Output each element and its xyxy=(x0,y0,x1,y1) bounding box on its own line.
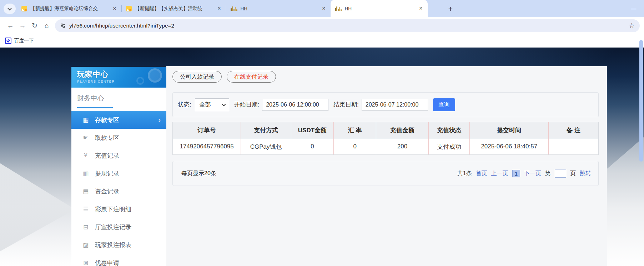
tab-title: 【新提醒】海燕策略论坛综合交 xyxy=(30,5,111,12)
pagination-bar: 每页显示20条 共1条 首页 上一页 1 下一页 第 页 跳转 xyxy=(172,161,599,186)
sidebar-item-label: 彩票下注明细 xyxy=(95,205,131,213)
cell-payment-method: CGPay钱包 xyxy=(241,139,291,154)
main-panel: 公司入款记录 在线支付记录 状态: 全部 开始日期: 结束日期: 查询 xyxy=(166,66,607,266)
plus-icon: + xyxy=(448,5,453,13)
status-label: 状态: xyxy=(178,101,191,109)
tab-close-button[interactable]: × xyxy=(320,5,328,13)
next-page-link[interactable]: 下一页 xyxy=(524,170,541,177)
bookmark-star-button[interactable]: ☆ xyxy=(629,21,635,30)
tab-close-button[interactable]: × xyxy=(111,5,119,13)
status-select[interactable]: 全部 xyxy=(195,98,229,111)
sidebar-item-label: 优惠申请 xyxy=(95,259,119,266)
chat-icon xyxy=(21,6,27,11)
cell-usdt-amount: 0 xyxy=(291,139,333,154)
deposit-icon: ▦ xyxy=(81,116,90,124)
page-number-input[interactable] xyxy=(555,169,566,178)
chevron-down-icon xyxy=(7,6,11,10)
background-shape xyxy=(0,151,75,251)
close-icon: × xyxy=(217,5,221,12)
back-button[interactable]: ← xyxy=(4,20,16,32)
pagination-controls: 共1条 首页 上一页 1 下一页 第 页 跳转 xyxy=(457,169,591,178)
sidebar-item-player-bet-report[interactable]: ▨ 玩家投注报表 xyxy=(71,236,166,254)
minimize-button[interactable]: — xyxy=(628,3,639,14)
browser-window: 【新提醒】海燕策略论坛综合交 × 【新提醒】【实战有奖】活动统 × HH × H… xyxy=(0,0,644,266)
sidebar-item-withdrawal-record[interactable]: ▥ 提现记录 xyxy=(71,164,166,182)
tab-company-deposit-records[interactable]: 公司入款记录 xyxy=(172,71,222,83)
col-recharge-amount: 充值金额 xyxy=(376,122,429,139)
reload-button[interactable]: ↻ xyxy=(29,20,41,32)
status-select-value: 全部 xyxy=(200,101,211,109)
col-exchange-rate: 汇 率 xyxy=(334,122,376,139)
close-icon: × xyxy=(322,5,325,12)
col-order-id: 订单号 xyxy=(173,122,241,139)
bookmarks-bar: 百度一下 xyxy=(0,34,644,48)
room-bet-record-icon: ⊟ xyxy=(81,223,90,231)
home-button[interactable]: ⌂ xyxy=(41,20,53,32)
sidebar-item-label: 提现记录 xyxy=(95,169,119,178)
forward-button[interactable]: → xyxy=(16,20,29,32)
promo-apply-icon: ⊠ xyxy=(81,259,90,266)
player-bet-report-icon: ▨ xyxy=(81,241,90,249)
browser-toolbar: ← → ↻ ⌂ yl756.com/hhcp/usercenter.html?i… xyxy=(0,17,644,34)
tab-hh-1[interactable]: HH × xyxy=(226,0,331,17)
sidebar-item-lottery-bet-detail[interactable]: ☰ 彩票下注明细 xyxy=(71,200,166,218)
funds-record-icon: ▤ xyxy=(81,188,90,195)
sidebar-section-title: 财务中心 xyxy=(77,94,104,102)
close-icon: × xyxy=(419,5,422,12)
sidebar-item-label: 资金记录 xyxy=(95,187,119,196)
page-size-text: 每页显示20条 xyxy=(181,170,457,177)
tab-online-payment-records[interactable]: 在线支付记录 xyxy=(227,71,276,83)
sidebar-item-funds-record[interactable]: ▤ 资金记录 xyxy=(71,182,166,200)
bookmark-baidu[interactable]: 百度一下 xyxy=(14,38,34,44)
start-date-label: 开始日期: xyxy=(234,101,260,109)
soundwave-icon xyxy=(231,6,237,11)
banner-decor-circle xyxy=(136,77,144,85)
sidebar-item-label: 玩家投注报表 xyxy=(95,241,131,249)
start-date-input[interactable] xyxy=(262,99,328,111)
cell-submit-time: 2025-06-06 18:40:57 xyxy=(470,139,549,154)
sidebar-item-withdraw[interactable]: ☛ 取款专区 xyxy=(71,129,166,147)
sidebar-item-recharge-record[interactable]: ¥ 充值记录 xyxy=(71,147,166,164)
jump-button[interactable]: 跳转 xyxy=(580,170,591,177)
tab-search-button[interactable] xyxy=(4,4,16,14)
search-button[interactable]: 查询 xyxy=(433,98,455,111)
baidu-paw-icon xyxy=(5,38,11,44)
banner-decor-circle xyxy=(148,68,162,83)
record-type-tabs: 公司入款记录 在线支付记录 xyxy=(166,66,607,83)
end-date-input[interactable] xyxy=(362,99,428,111)
sidebar-item-label: 取款专区 xyxy=(95,134,119,142)
sidebar-item-label: 厅室投注记录 xyxy=(95,223,131,231)
address-bar[interactable]: yl756.com/hhcp/usercenter.html?iniType=2… xyxy=(55,19,640,32)
tabs: 【新提醒】海燕策略论坛综合交 × 【新提醒】【实战有奖】活动统 × HH × H… xyxy=(17,0,428,17)
col-submit-time: 提交时间 xyxy=(470,122,549,139)
records-table: 订单号 支付方式 USDT金额 汇 率 充值金额 充值状态 提交时间 备 注 1 xyxy=(172,122,599,155)
sidebar-item-promo-apply[interactable]: ⊠ 优惠申请 xyxy=(71,254,166,266)
player-center-sidebar: 玩家中心 PLAYERS CENTER 财务中心 ▦ 存款专区 › ☛ 取款专区… xyxy=(71,67,166,266)
sidebar-item-label: 充值记录 xyxy=(95,152,119,160)
tab-close-button[interactable]: × xyxy=(417,5,425,13)
page-scrollbar[interactable] xyxy=(639,40,643,162)
soundwave-icon xyxy=(335,6,342,11)
table-header-row: 订单号 支付方式 USDT金额 汇 率 充值金额 充值状态 提交时间 备 注 xyxy=(173,122,598,139)
prev-page-link[interactable]: 上一页 xyxy=(491,170,508,177)
chevron-right-icon: › xyxy=(158,116,161,124)
first-page-link[interactable]: 首页 xyxy=(476,170,487,177)
current-page-badge[interactable]: 1 xyxy=(512,170,520,177)
sidebar-item-room-bet-record[interactable]: ⊟ 厅室投注记录 xyxy=(71,218,166,236)
tab-hh-active[interactable]: HH × xyxy=(331,0,428,17)
col-payment-method: 支付方式 xyxy=(241,122,291,139)
sidebar-item-deposit[interactable]: ▦ 存款专区 › xyxy=(71,111,166,129)
total-count: 共1条 xyxy=(457,170,472,177)
forward-icon: → xyxy=(19,22,26,30)
withdraw-icon: ☛ xyxy=(81,134,90,142)
tab-forum-2[interactable]: 【新提醒】【实战有奖】活动统 × xyxy=(122,0,226,17)
col-usdt-amount: USDT金额 xyxy=(291,122,333,139)
chat-icon xyxy=(126,6,132,11)
tab-title: HH xyxy=(241,6,320,11)
tab-close-button[interactable]: × xyxy=(215,5,223,13)
lottery-bet-detail-icon: ☰ xyxy=(81,206,90,213)
site-info-icon[interactable] xyxy=(60,23,66,29)
tab-forum-1[interactable]: 【新提醒】海燕策略论坛综合交 × xyxy=(17,0,121,17)
new-tab-button[interactable]: + xyxy=(446,4,456,14)
filter-bar: 状态: 全部 开始日期: 结束日期: 查询 xyxy=(172,92,599,117)
